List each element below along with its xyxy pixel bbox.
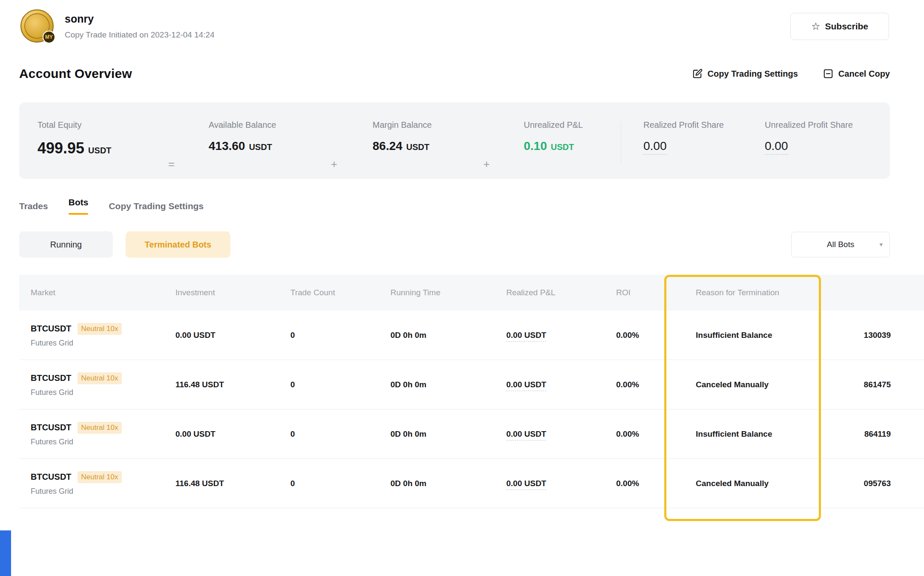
stat-unrealized-pnl: Unrealized P&L 0.10 USDT (524, 120, 621, 153)
roi-value: 0.00% (605, 331, 684, 340)
running-time-value: 0D 0h 0m (379, 429, 495, 439)
bot-type: Futures Grid (31, 388, 164, 397)
bot-type: Futures Grid (31, 438, 164, 446)
stat-value: 86.24 (373, 139, 402, 153)
stat-unit: USDT (88, 146, 111, 156)
leverage-badge: Neutral 10x (77, 471, 122, 483)
stat-value: 413.60 (209, 139, 245, 153)
overview-row: Account Overview Copy Trading Settings (19, 66, 890, 81)
copy-trading-settings-label: Copy Trading Settings (708, 69, 798, 79)
stat-unit: USDT (406, 142, 429, 152)
realized-pnl-value[interactable]: 0.00 USDT (506, 380, 546, 391)
subscribe-button[interactable]: ☆ Subscribe (790, 13, 889, 40)
column-header-realized-pnl: Realized P&L (495, 288, 605, 297)
tab-bots[interactable]: Bots (69, 197, 89, 215)
stat-label: Available Balance (209, 120, 331, 130)
cancel-copy-button[interactable]: Cancel Copy (823, 68, 890, 79)
overview-actions: Copy Trading Settings Cancel Copy (692, 68, 890, 79)
all-bots-dropdown-label: All Bots (827, 240, 854, 249)
realized-pnl-cell: 0.00 USDT (495, 479, 605, 488)
table-body: BTCUSDT Neutral 10x Futures Grid 0.00 US… (19, 311, 924, 508)
all-bots-dropdown[interactable]: All Bots ▾ (791, 232, 890, 257)
stat-label: Unrealized Profit Share (765, 120, 853, 130)
plus-operator: + (331, 120, 373, 171)
table-row[interactable]: BTCUSDT Neutral 10x Futures Grid 0.00 US… (19, 409, 924, 459)
stats-divider (621, 122, 621, 163)
running-time-value: 0D 0h 0m (379, 331, 495, 340)
star-icon: ☆ (811, 21, 821, 32)
investment-value: 0.00 USDT (164, 429, 279, 439)
equals-operator: = (168, 120, 209, 171)
column-header-market: Market (19, 288, 164, 297)
realized-pnl-value[interactable]: 0.00 USDT (506, 479, 546, 490)
realized-pnl-cell: 0.00 USDT (495, 429, 605, 439)
stat-unit: USDT (249, 142, 272, 152)
trade-count-value: 0 (279, 479, 379, 488)
edit-icon (692, 68, 703, 79)
avatar-country-badge: MY (43, 31, 55, 43)
column-header-roi: ROI (605, 288, 684, 297)
leverage-badge: Neutral 10x (77, 372, 122, 384)
stat-margin-balance: Margin Balance 86.24 USDT (373, 120, 483, 153)
stat-value: 0.10 (524, 139, 547, 153)
cancel-copy-label: Cancel Copy (838, 69, 890, 79)
market-name: BTCUSDT (31, 373, 72, 383)
stat-label: Margin Balance (373, 120, 483, 130)
bot-type: Futures Grid (31, 339, 164, 348)
bot-id: 130039 (835, 331, 924, 340)
market-cell: BTCUSDT Neutral 10x Futures Grid (19, 422, 164, 446)
tab-trades[interactable]: Trades (19, 197, 48, 215)
trade-count-value: 0 (279, 380, 379, 389)
investment-value: 0.00 USDT (164, 331, 279, 340)
stat-label: Unrealized P&L (524, 120, 621, 130)
stat-total-equity: Total Equity 499.95 USDT (37, 120, 168, 157)
stat-label: Total Equity (37, 120, 168, 130)
stat-value[interactable]: 0.00 (643, 139, 667, 155)
market-cell: BTCUSDT Neutral 10x Futures Grid (19, 372, 164, 397)
realized-pnl-value[interactable]: 0.00 USDT (506, 331, 546, 342)
copy-trading-settings-button[interactable]: Copy Trading Settings (692, 68, 798, 79)
trade-count-value: 0 (279, 429, 379, 439)
table-row[interactable]: BTCUSDT Neutral 10x Futures Grid 0.00 US… (19, 311, 924, 360)
blue-edge-bar (0, 530, 11, 576)
roi-value: 0.00% (605, 479, 684, 488)
roi-value: 0.00% (605, 380, 684, 389)
stat-value[interactable]: 0.00 (765, 139, 788, 155)
tab-bar: Trades Bots Copy Trading Settings (19, 197, 204, 215)
termination-reason: Canceled Manually (684, 380, 835, 389)
tab-copy-trading-settings[interactable]: Copy Trading Settings (109, 197, 204, 215)
market-name: BTCUSDT (31, 472, 72, 482)
trader-text: sonry Copy Trade Initiated on 2023-12-04… (65, 13, 215, 40)
stat-realized-profit-share: Realized Profit Share 0.00 (643, 120, 765, 155)
realized-pnl-value[interactable]: 0.00 USDT (506, 429, 546, 441)
leverage-badge: Neutral 10x (77, 422, 122, 434)
subscribe-label: Subscribe (825, 21, 868, 32)
stat-value: 499.95 (37, 139, 84, 157)
running-time-value: 0D 0h 0m (379, 479, 495, 488)
page-title: Account Overview (19, 66, 132, 81)
bot-id: 095763 (835, 479, 924, 488)
market-cell: BTCUSDT Neutral 10x Futures Grid (19, 323, 164, 348)
bot-id: 864119 (835, 429, 924, 439)
stat-available-balance: Available Balance 413.60 USDT (209, 120, 331, 153)
bot-type: Futures Grid (31, 487, 164, 496)
bots-filter-row: Running Terminated Bots All Bots ▾ (19, 231, 890, 258)
running-time-value: 0D 0h 0m (379, 380, 495, 389)
running-filter-button[interactable]: Running (19, 231, 113, 258)
copy-trade-initiated-text: Copy Trade Initiated on 2023-12-04 14:24 (65, 30, 215, 40)
column-header-running-time: Running Time (379, 288, 495, 297)
stat-unrealized-profit-share: Unrealized Profit Share 0.00 (765, 120, 853, 155)
market-name: BTCUSDT (31, 324, 72, 334)
table-row[interactable]: BTCUSDT Neutral 10x Futures Grid 116.48 … (19, 459, 924, 508)
table-row[interactable]: BTCUSDT Neutral 10x Futures Grid 116.48 … (19, 360, 924, 409)
bot-id: 861475 (835, 380, 924, 389)
trader-name: sonry (65, 13, 215, 25)
realized-pnl-cell: 0.00 USDT (495, 331, 605, 340)
terminated-bots-filter-button[interactable]: Terminated Bots (126, 231, 230, 258)
plus-operator: + (483, 120, 524, 171)
market-name: BTCUSDT (31, 423, 72, 432)
column-header-investment: Investment (164, 288, 279, 297)
copy-trading-page: MY sonry Copy Trade Initiated on 2023-12… (0, 0, 924, 576)
termination-reason: Insufficient Balance (684, 331, 835, 340)
leverage-badge: Neutral 10x (77, 323, 122, 335)
